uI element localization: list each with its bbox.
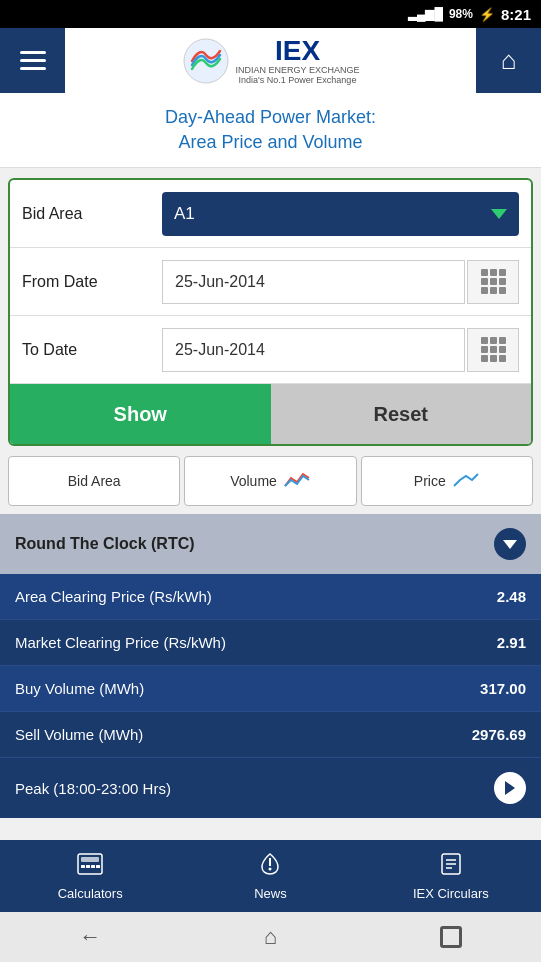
peak-section-title: Peak (18:00-23:00 Hrs) bbox=[15, 780, 171, 797]
logo-tagline: INDIAN ENERGY EXCHANGE bbox=[236, 65, 360, 75]
bid-area-control: A1 bbox=[162, 192, 519, 236]
svg-rect-3 bbox=[81, 865, 85, 868]
tab-price-label: Price bbox=[414, 473, 446, 489]
table-row: Sell Volume (MWh) 2976.69 bbox=[0, 712, 541, 758]
signal-icon: ▂▄▆█ bbox=[408, 7, 443, 21]
bid-area-label: Bid Area bbox=[22, 205, 162, 223]
tab-volume-label: Volume bbox=[230, 473, 277, 489]
back-button[interactable]: ← bbox=[72, 919, 108, 955]
table-row: Buy Volume (MWh) 317.00 bbox=[0, 666, 541, 712]
row-value-0: 2.48 bbox=[497, 588, 526, 605]
row-value-1: 2.91 bbox=[497, 634, 526, 651]
nav-label-calculators: Calculators bbox=[58, 886, 123, 901]
from-date-input[interactable]: 25-Jun-2014 bbox=[162, 260, 465, 304]
home-icon: ⌂ bbox=[501, 45, 517, 76]
select-arrow-icon bbox=[491, 209, 507, 219]
from-date-value: 25-Jun-2014 bbox=[175, 273, 265, 291]
row-label-1: Market Clearing Price (Rs/kWh) bbox=[15, 634, 226, 651]
bottom-navigation: Calculators News IEX Circulars bbox=[0, 840, 541, 912]
tab-bid-area-label: Bid Area bbox=[68, 473, 121, 489]
peak-arrow-icon bbox=[494, 772, 526, 804]
page-title-section: Day-Ahead Power Market: Area Price and V… bbox=[0, 93, 541, 168]
row-label-3: Sell Volume (MWh) bbox=[15, 726, 143, 743]
iex-logo-wrap: IEX INDIAN ENERGY EXCHANGE India's No.1 … bbox=[182, 37, 360, 85]
svg-point-8 bbox=[269, 867, 272, 870]
to-date-calendar-icon bbox=[481, 337, 506, 362]
iex-logo-icon bbox=[182, 37, 230, 85]
hamburger-icon bbox=[20, 51, 46, 70]
clock: 8:21 bbox=[501, 6, 531, 23]
recents-button[interactable] bbox=[433, 919, 469, 955]
to-date-input[interactable]: 25-Jun-2014 bbox=[162, 328, 465, 372]
calendar-icon bbox=[481, 269, 506, 294]
volume-chart-icon bbox=[283, 468, 311, 495]
to-date-control: 25-Jun-2014 bbox=[162, 328, 519, 372]
battery-percentage: 98% bbox=[449, 7, 473, 21]
rtc-section-title: Round The Clock (RTC) bbox=[15, 535, 195, 553]
nav-label-news: News bbox=[254, 886, 287, 901]
table-row: Area Clearing Price (Rs/kWh) 2.48 bbox=[0, 574, 541, 620]
to-date-label: To Date bbox=[22, 341, 162, 359]
from-date-calendar-button[interactable] bbox=[467, 260, 519, 304]
row-label-2: Buy Volume (MWh) bbox=[15, 680, 144, 697]
home-system-button[interactable]: ⌂ bbox=[252, 919, 288, 955]
tab-volume[interactable]: Volume bbox=[184, 456, 356, 506]
peak-section-header[interactable]: Peak (18:00-23:00 Hrs) bbox=[0, 758, 541, 818]
iex-circulars-icon bbox=[437, 852, 465, 882]
data-section: Round The Clock (RTC) Area Clearing Pric… bbox=[0, 514, 541, 818]
nav-item-iex-circulars[interactable]: IEX Circulars bbox=[361, 840, 541, 912]
svg-rect-5 bbox=[91, 865, 95, 868]
menu-button[interactable] bbox=[0, 28, 65, 93]
filter-form: Bid Area A1 From Date 25-Jun-2014 bbox=[8, 178, 533, 446]
to-date-row: To Date 25-Jun-2014 bbox=[10, 316, 531, 384]
page-title: Day-Ahead Power Market: Area Price and V… bbox=[15, 105, 526, 155]
status-bar: ▂▄▆█ 98% ⚡ 8:21 bbox=[0, 0, 541, 28]
tab-bid-area[interactable]: Bid Area bbox=[8, 456, 180, 506]
rtc-section-header[interactable]: Round The Clock (RTC) bbox=[0, 514, 541, 574]
row-value-2: 317.00 bbox=[480, 680, 526, 697]
system-bar: ← ⌂ bbox=[0, 912, 541, 962]
nav-item-news[interactable]: News bbox=[180, 840, 360, 912]
logo-area: IEX INDIAN ENERGY EXCHANGE India's No.1 … bbox=[65, 28, 476, 93]
logo-iex-text: IEX bbox=[275, 37, 320, 65]
to-date-value: 25-Jun-2014 bbox=[175, 341, 265, 359]
from-date-row: From Date 25-Jun-2014 bbox=[10, 248, 531, 316]
show-button[interactable]: Show bbox=[10, 384, 271, 444]
nav-label-iex-circulars: IEX Circulars bbox=[413, 886, 489, 901]
svg-point-0 bbox=[184, 39, 228, 83]
from-date-label: From Date bbox=[22, 273, 162, 291]
from-date-control: 25-Jun-2014 bbox=[162, 260, 519, 304]
battery-icon: ⚡ bbox=[479, 7, 495, 22]
table-row: Market Clearing Price (Rs/kWh) 2.91 bbox=[0, 620, 541, 666]
home-button[interactable]: ⌂ bbox=[476, 28, 541, 93]
bid-area-row: Bid Area A1 bbox=[10, 180, 531, 248]
top-navigation: IEX INDIAN ENERGY EXCHANGE India's No.1 … bbox=[0, 28, 541, 93]
reset-button[interactable]: Reset bbox=[271, 384, 532, 444]
bid-area-select[interactable]: A1 bbox=[162, 192, 519, 236]
to-date-calendar-button[interactable] bbox=[467, 328, 519, 372]
recents-icon bbox=[440, 926, 462, 948]
action-buttons-row: Show Reset bbox=[10, 384, 531, 444]
svg-rect-4 bbox=[86, 865, 90, 868]
news-icon bbox=[256, 852, 284, 882]
back-icon: ← bbox=[79, 924, 101, 950]
bid-area-value: A1 bbox=[174, 204, 195, 224]
tab-price[interactable]: Price bbox=[361, 456, 533, 506]
calculators-icon bbox=[76, 852, 104, 882]
row-value-3: 2976.69 bbox=[472, 726, 526, 743]
price-chart-icon bbox=[452, 468, 480, 495]
svg-rect-6 bbox=[96, 865, 100, 868]
nav-item-calculators[interactable]: Calculators bbox=[0, 840, 180, 912]
home-system-icon: ⌂ bbox=[264, 924, 277, 950]
row-label-0: Area Clearing Price (Rs/kWh) bbox=[15, 588, 212, 605]
logo-subline: India's No.1 Power Exchange bbox=[239, 75, 357, 85]
logo-text: IEX INDIAN ENERGY EXCHANGE India's No.1 … bbox=[236, 37, 360, 85]
svg-rect-2 bbox=[81, 857, 99, 862]
rtc-chevron-icon bbox=[494, 528, 526, 560]
tab-row: Bid Area Volume Price bbox=[8, 456, 533, 506]
